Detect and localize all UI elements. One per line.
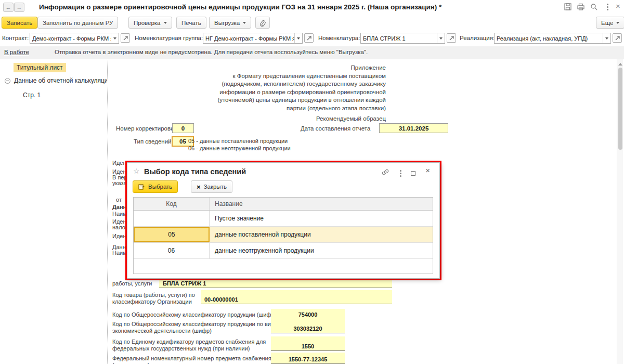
annotation-highlight-frame: ☆ Выбор кода типа сведений × Выбрать: [125, 161, 441, 280]
codes-table: Код Название Пустое значение 05 данные п…: [133, 197, 433, 274]
back-button[interactable]: ←: [3, 3, 14, 12]
label-fragment: от: [116, 197, 122, 203]
close-x-icon: ×: [197, 183, 201, 191]
nomenclature-combo[interactable]: БПЛА СТРИЖ 1: [360, 33, 445, 44]
status-state-link[interactable]: В работе: [4, 49, 29, 55]
label-fragment: Наим: [112, 250, 127, 256]
export-button[interactable]: Выгрузка: [209, 17, 251, 29]
choose-icon: [138, 184, 145, 190]
correction-field[interactable]: 0: [172, 123, 194, 133]
label-fragment: Данн: [112, 204, 126, 210]
forward-button[interactable]: →: [14, 3, 24, 12]
okved-label: Код по Общероссийскому классификатору пр…: [112, 321, 281, 334]
app-window: ← → Информация о размере ориентировочной…: [0, 0, 624, 364]
label-fragment: Иден: [112, 160, 126, 166]
report-date-label: Дата составления отчета: [301, 125, 370, 132]
okp-label: Код по Общероссийскому классификатору пр…: [112, 311, 276, 318]
nomenclature-label: Номенклатура:: [318, 35, 360, 41]
label-fragment: Наим: [112, 211, 127, 217]
save-icon[interactable]: [564, 3, 572, 11]
maximize-icon[interactable]: [411, 168, 415, 178]
link-icon[interactable]: [382, 168, 389, 177]
sections-tree: Титульный лист Данные об отчетной кальку…: [0, 59, 107, 364]
close-dialog-icon[interactable]: ×: [425, 167, 430, 174]
vertical-scrollbar[interactable]: [617, 59, 623, 364]
fill-by-data-button[interactable]: Заполнить по данным РУ: [37, 17, 118, 29]
scroll-up-icon[interactable]: [618, 63, 622, 66]
nomenclature-group-combo[interactable]: НГ Демо-контракт - Формы РКМ январь: [203, 33, 303, 44]
ekps-label: Код по Единому кодификатору предметов сн…: [112, 339, 266, 352]
tree-item-calc-data[interactable]: Данные об отчетной калькуляции: [14, 77, 111, 84]
dialog-title: Выбор кода типа сведений: [144, 167, 246, 176]
chevron-down-icon: [243, 22, 246, 24]
save-button[interactable]: Записать: [2, 17, 37, 29]
status-bar: В работе Отправка отчета в электронном в…: [0, 46, 624, 59]
org-code-label: Код товара (работы, услуги) по классифик…: [112, 292, 195, 305]
chevron-down-icon: [616, 22, 619, 24]
realization-combo[interactable]: Реализация (акт, накладная, УПД): [494, 33, 611, 44]
more-dots-icon[interactable]: [400, 167, 401, 176]
contract-open-icon[interactable]: [121, 33, 130, 43]
column-header-name[interactable]: Название: [210, 198, 433, 210]
search-icon[interactable]: [590, 3, 598, 11]
column-header-code[interactable]: Код: [134, 198, 210, 210]
table-row-06[interactable]: 06 данные неотгруженной продукции: [134, 243, 433, 259]
label-fragment: нало: [112, 224, 125, 230]
appendix-text: Приложение к Формату представления единс…: [154, 64, 386, 112]
scrollbar-thumb[interactable]: [618, 68, 622, 150]
paperclip-icon: [259, 19, 266, 27]
tree-item-title-page[interactable]: Титульный лист: [14, 63, 66, 72]
attachment-button[interactable]: [255, 17, 270, 29]
tree-item-page1[interactable]: Стр. 1: [23, 92, 41, 99]
okp-field[interactable]: 754000: [271, 309, 345, 319]
collapse-icon[interactable]: [5, 78, 10, 84]
table-row-empty[interactable]: Пустое значение: [134, 211, 433, 227]
fnn-label: Федеральный номенклатурный номер предмет…: [112, 355, 271, 364]
chevron-down-icon: [164, 22, 167, 24]
favorite-star-icon[interactable]: ☆: [133, 167, 140, 175]
nomenclature-open-icon[interactable]: [447, 33, 456, 43]
realization-label: Реализация:: [460, 35, 495, 41]
nomenclature-group-label: Номенклатурная группа:: [135, 35, 203, 41]
realization-open-icon[interactable]: [613, 33, 622, 43]
code-select-dialog: ☆ Выбор кода типа сведений × Выбрать: [127, 162, 440, 279]
more-button[interactable]: Еще: [596, 17, 624, 29]
contract-label: Контракт:: [2, 35, 29, 41]
chevron-down-icon[interactable]: [294, 33, 302, 43]
print-button[interactable]: Печать: [176, 17, 206, 29]
close-window-icon[interactable]: ×: [616, 3, 620, 10]
chevron-down-icon[interactable]: [437, 33, 445, 43]
fnn-field[interactable]: 1550-77-12345: [271, 353, 345, 364]
table-header-row: Код Название: [134, 198, 433, 211]
table-row-05[interactable]: 05 данные поставленной продукции: [134, 227, 433, 243]
chevron-down-icon[interactable]: [603, 33, 610, 43]
print-icon[interactable]: [577, 3, 585, 11]
okved-field[interactable]: 303032120: [271, 319, 345, 333]
product-name-label: работы, услуги: [112, 280, 152, 287]
close-button[interactable]: × Закрыть: [191, 180, 232, 193]
select-button[interactable]: Выбрать: [133, 180, 178, 193]
correction-label: Номер корректировки: [116, 125, 177, 132]
report-date-field[interactable]: 31.01.2025: [379, 123, 448, 133]
nomenclature-group-open-icon[interactable]: [304, 33, 314, 43]
info-type-hint: 05 - данные поставленной продукции 06 - …: [188, 137, 291, 152]
more-dots-icon[interactable]: [603, 3, 612, 11]
ekps-field[interactable]: 1550: [271, 336, 345, 351]
check-button[interactable]: Проверка: [128, 17, 172, 29]
status-message: Отправка отчета в электронном виде не пр…: [55, 49, 368, 55]
chevron-down-icon[interactable]: [111, 33, 119, 43]
contract-combo[interactable]: Демо-контракт - Формы РКМ янва: [30, 33, 119, 44]
sample-text: Рекомендуемый образец: [154, 115, 386, 123]
page-title: Информация о размере ориентировочной цен…: [39, 3, 441, 11]
info-type-label: Тип сведений: [134, 138, 172, 145]
org-code-field[interactable]: 00-00000001: [201, 290, 392, 304]
